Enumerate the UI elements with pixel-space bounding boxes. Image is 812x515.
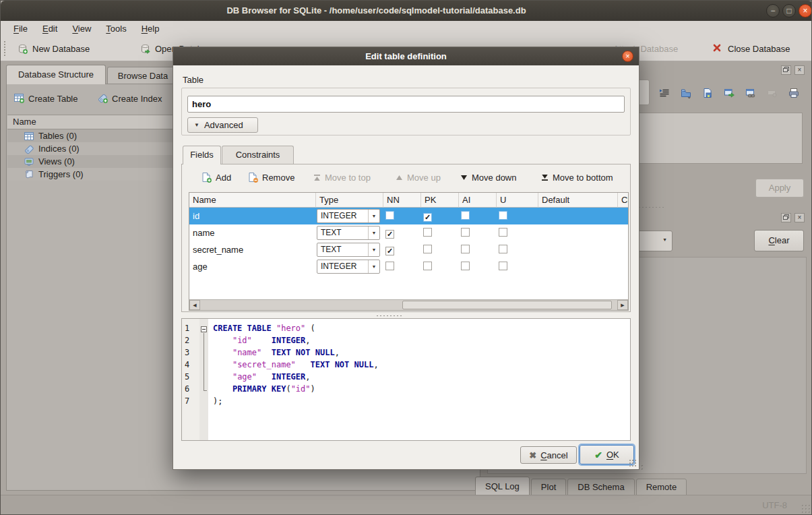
export-icon[interactable] [699, 84, 716, 102]
chevron-down-icon[interactable]: ▼ [368, 210, 379, 222]
move-down-button[interactable]: Move down [460, 169, 516, 185]
table-row[interactable]: idINTEGER▼✓ [189, 208, 628, 224]
pk-checkbox[interactable]: ✓ [423, 213, 432, 222]
sql-preview[interactable]: 1CREATE TABLE "hero" (2 "id" INTEGER,3 "… [181, 318, 631, 441]
minimize-icon[interactable]: − [766, 4, 780, 18]
toolbar-grip[interactable] [3, 40, 7, 57]
dock-close-icon[interactable]: × [794, 213, 805, 222]
remove-icon [247, 172, 258, 183]
fold-marker[interactable] [199, 324, 208, 336]
advanced-button[interactable]: ▼ Advanced [187, 117, 258, 133]
column-header-ai[interactable]: AI [459, 193, 497, 208]
chevron-down-icon[interactable]: ▼ [368, 260, 379, 273]
column-header-nn[interactable]: NN [383, 193, 421, 208]
close-database-button[interactable]: Close Database [712, 40, 790, 57]
create-index-button[interactable]: Create Index [97, 90, 162, 107]
new-database-button[interactable]: New Database [17, 40, 90, 57]
column-header-pk[interactable]: PK [421, 193, 459, 208]
clear-button[interactable]: Clear [754, 230, 804, 251]
external-app-icon[interactable] [720, 84, 738, 102]
print-icon[interactable] [785, 84, 803, 102]
collapse-icon[interactable] [201, 326, 207, 332]
pk-cell: ✓ [421, 210, 459, 222]
table-name-input[interactable]: hero [187, 96, 625, 113]
nn-checkbox[interactable]: ✓ [385, 230, 394, 239]
column-header-name[interactable]: Name [189, 193, 316, 208]
dialog-resize-grip[interactable] [629, 459, 637, 467]
menu-file[interactable]: File [6, 21, 35, 36]
chevron-down-icon[interactable]: ▼ [368, 243, 379, 256]
type-select[interactable]: TEXT▼ [317, 243, 380, 257]
table-row[interactable]: nameTEXT▼✓ [189, 224, 628, 241]
import-icon[interactable] [677, 84, 695, 102]
bottom-tab-plot[interactable]: Plot [531, 479, 566, 495]
field-name-cell[interactable]: age [189, 262, 316, 272]
type-select[interactable]: INTEGER▼ [317, 260, 380, 274]
dock-close-icon[interactable]: × [794, 65, 805, 75]
tab-constraints[interactable]: Constraints [222, 146, 294, 164]
encoding-indicator[interactable]: UTF-8 [762, 500, 787, 510]
sql-splitter-handle[interactable] [375, 315, 402, 317]
ok-button[interactable]: ✔ OK [580, 445, 634, 464]
column-header-check[interactable]: Check [618, 193, 629, 208]
tab-fields[interactable]: Fields [183, 146, 221, 164]
add-button[interactable]: Add [201, 169, 231, 185]
edit-mode-icon[interactable] [656, 84, 673, 102]
bottom-tab-db-schema[interactable]: DB Schema [567, 479, 634, 495]
ai-checkbox[interactable] [461, 262, 470, 270]
close-icon[interactable]: × [799, 4, 812, 18]
nn-checkbox[interactable]: ✓ [385, 247, 394, 255]
maximize-icon[interactable]: □ [782, 4, 796, 18]
menu-tools[interactable]: Tools [98, 21, 133, 36]
nn-checkbox[interactable] [385, 211, 394, 220]
ai-cell [459, 210, 497, 222]
dialog-close-icon[interactable]: × [622, 51, 633, 62]
menu-view[interactable]: View [65, 21, 98, 36]
scrollbar-thumb[interactable] [402, 301, 612, 309]
chevron-down-icon[interactable]: ▼ [368, 226, 379, 239]
fold-marker [199, 384, 208, 396]
field-name-cell[interactable]: name [189, 228, 316, 238]
scroll-left-icon[interactable]: ◀ [189, 300, 200, 310]
ai-checkbox[interactable] [461, 211, 470, 220]
horizontal-scrollbar[interactable]: ◀ ▶ [189, 299, 628, 310]
sql-line: 6 PRIMARY KEY("id") [182, 384, 630, 396]
type-select[interactable]: TEXT▼ [317, 226, 380, 240]
column-header-u[interactable]: U [497, 193, 538, 208]
u-checkbox[interactable] [499, 228, 507, 237]
field-name-cell[interactable]: secret_name [189, 245, 316, 255]
column-header-default[interactable]: Default [538, 193, 618, 208]
menu-edit[interactable]: Edit [35, 21, 65, 36]
dialog-titlebar[interactable]: Edit table definition × [173, 47, 639, 65]
nn-checkbox[interactable] [385, 262, 394, 270]
create-table-button[interactable]: Create Table [13, 90, 77, 107]
dock-float-icon[interactable] [781, 65, 791, 75]
u-checkbox[interactable] [499, 245, 507, 253]
bottom-tab-sql-log[interactable]: SQL Log [475, 477, 530, 495]
cancel-button[interactable]: ✖ Cancel [520, 446, 577, 464]
scroll-right-icon[interactable]: ▶ [617, 300, 628, 310]
window-resize-grip[interactable] [801, 504, 810, 513]
pk-checkbox[interactable] [423, 262, 432, 270]
column-header-type[interactable]: Type [316, 193, 383, 208]
ai-checkbox[interactable] [461, 245, 470, 253]
link-icon[interactable] [742, 84, 759, 102]
tab-database-structure[interactable]: Database Structure [6, 65, 106, 84]
tab-browse-data[interactable]: Browse Data [107, 67, 179, 84]
table-row[interactable]: ageINTEGER▼ [189, 258, 628, 275]
field-name-cell[interactable]: id [189, 211, 316, 221]
pk-checkbox[interactable] [423, 245, 432, 253]
menu-help[interactable]: Help [134, 21, 167, 36]
u-checkbox[interactable] [499, 262, 507, 270]
line-number: 7 [185, 396, 198, 406]
type-select[interactable]: INTEGER▼ [317, 209, 380, 223]
pk-checkbox[interactable] [423, 228, 432, 237]
move-to-bottom-button[interactable]: Move to bottom [541, 169, 613, 185]
bottom-tab-remote[interactable]: Remote [636, 479, 687, 495]
u-checkbox[interactable] [499, 211, 507, 220]
ai-checkbox[interactable] [461, 228, 470, 237]
set-null-icon[interactable] [763, 84, 781, 102]
remove-button[interactable]: Remove [247, 169, 294, 185]
table-row[interactable]: secret_nameTEXT▼✓ [189, 241, 628, 258]
dock-float-icon[interactable] [781, 213, 791, 222]
